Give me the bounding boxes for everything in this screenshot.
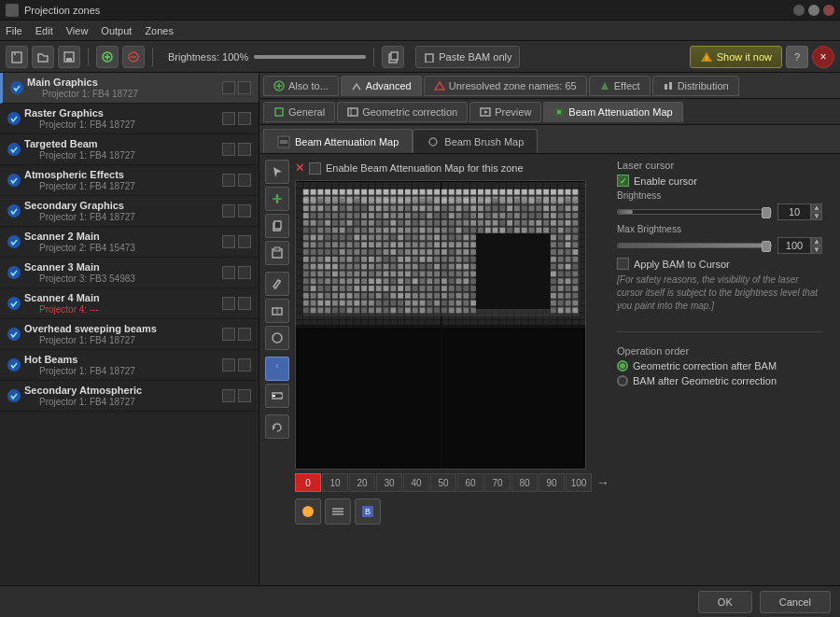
- maximize-btn[interactable]: [808, 5, 819, 16]
- bam-grid[interactable]: [295, 180, 586, 470]
- tab-preview[interactable]: Preview: [469, 102, 541, 122]
- fill-tool[interactable]: [265, 357, 289, 381]
- tab-effect[interactable]: Effect: [589, 76, 651, 96]
- zone-check-1[interactable]: [222, 266, 235, 279]
- sidebar-zone-item[interactable]: Scanner 3 Main Projector 3: FB3 54983: [0, 258, 259, 288]
- geo-after-bam-radio[interactable]: [617, 360, 628, 372]
- ruler-40[interactable]: 40: [403, 473, 429, 492]
- menu-output[interactable]: Output: [101, 25, 132, 36]
- ruler-70[interactable]: 70: [484, 473, 511, 492]
- zone-check-1[interactable]: [222, 143, 235, 156]
- cancel-button[interactable]: Cancel: [760, 591, 831, 613]
- zone-check-2[interactable]: [238, 389, 251, 402]
- tab-unresolved[interactable]: Unresolved zone names: 65: [424, 76, 587, 96]
- menu-zones[interactable]: Zones: [145, 25, 174, 36]
- zone-check-2[interactable]: [238, 358, 251, 372]
- exit-btn[interactable]: ×: [812, 46, 834, 68]
- bam-after-geo-radio[interactable]: [617, 375, 628, 386]
- zone-check-2[interactable]: [238, 235, 251, 248]
- bam-tab-brush[interactable]: Beam Brush Map: [413, 129, 538, 153]
- grid-settings-btn[interactable]: [325, 498, 351, 525]
- brightness-up[interactable]: ▲: [811, 203, 822, 212]
- tab-geometric[interactable]: Geometric correction: [337, 102, 468, 122]
- zone-check-2[interactable]: [238, 266, 251, 279]
- delete-zone-btn[interactable]: [122, 46, 145, 68]
- save-btn[interactable]: [58, 46, 80, 68]
- new-btn[interactable]: [6, 46, 28, 68]
- pointer-tool[interactable]: [265, 160, 289, 184]
- enable-bam-checkbox[interactable]: [309, 162, 321, 175]
- sidebar-zone-item[interactable]: Scanner 2 Main Projector 2: FB4 15473: [0, 227, 259, 258]
- paste2-tool[interactable]: [265, 241, 289, 265]
- max-brightness-track[interactable]: [617, 243, 772, 248]
- bam-tab-attenuation[interactable]: Beam Attenuation Map: [263, 129, 413, 153]
- sidebar-zone-item[interactable]: Secondary Graphics Projector 1: FB4 1872…: [0, 196, 259, 227]
- color-picker-btn[interactable]: [295, 498, 321, 525]
- zone-check-1[interactable]: [222, 358, 235, 372]
- paste-bam-btn[interactable]: Paste BAM only: [415, 46, 520, 68]
- brightness-track[interactable]: [617, 209, 772, 215]
- sidebar-zone-item[interactable]: Hot Beams Projector 1: FB4 18727: [0, 350, 259, 381]
- undo-tool[interactable]: [265, 414, 289, 439]
- ruler-30[interactable]: 30: [376, 473, 402, 492]
- brightness-slider[interactable]: [254, 55, 366, 59]
- zone-check-2[interactable]: [238, 174, 251, 187]
- copy-btn[interactable]: [382, 46, 404, 68]
- max-brightness-spinbox[interactable]: 100: [777, 237, 811, 254]
- ruler-60[interactable]: 60: [457, 473, 483, 492]
- tab-bam[interactable]: Beam Attenuation Map: [543, 102, 682, 122]
- zone-check-1[interactable]: [222, 389, 235, 402]
- ruler-90[interactable]: 90: [539, 473, 565, 492]
- max-brightness-up[interactable]: ▲: [811, 237, 822, 245]
- sidebar-zone-item[interactable]: Secondary Atmospheric Projector 1: FB4 1…: [0, 381, 259, 412]
- zone-check-2[interactable]: [238, 328, 251, 341]
- add-zone-btn[interactable]: [96, 46, 119, 68]
- zone-check-1[interactable]: [222, 174, 235, 187]
- tab-general[interactable]: General: [263, 102, 335, 122]
- sidebar-zone-item[interactable]: Targeted Beam Projector 1: FB4 18727: [0, 134, 259, 165]
- zone-check-1[interactable]: [222, 81, 235, 94]
- ruler-20[interactable]: 20: [349, 473, 375, 492]
- enable-cursor-checkbox[interactable]: [617, 175, 629, 187]
- close-btn[interactable]: [823, 5, 834, 16]
- open-btn[interactable]: [32, 46, 54, 68]
- zone-check-2[interactable]: [238, 143, 251, 156]
- move-tool[interactable]: [265, 187, 289, 211]
- zone-check-1[interactable]: [222, 112, 235, 125]
- zone-check-2[interactable]: [238, 112, 251, 125]
- copy2-tool[interactable]: [265, 214, 289, 238]
- sidebar-zone-item[interactable]: Raster Graphics Projector 1: FB4 18727: [0, 104, 259, 134]
- show-it-now-btn[interactable]: ! Show it now: [690, 46, 782, 68]
- ruler-100[interactable]: 100: [566, 473, 592, 492]
- zone-check-1[interactable]: [222, 297, 235, 310]
- apply-bam-checkbox[interactable]: [617, 258, 629, 270]
- brightness-spinbox[interactable]: 10: [777, 203, 811, 220]
- zone-check-2[interactable]: [238, 297, 251, 310]
- pen-tool[interactable]: [265, 272, 289, 296]
- menu-file[interactable]: File: [6, 25, 22, 36]
- brightness-down[interactable]: ▼: [811, 212, 822, 220]
- sidebar-zone-item[interactable]: Overhead sweeping beams Projector 1: FB4…: [0, 319, 259, 350]
- zone-check-1[interactable]: [222, 235, 235, 248]
- circle-tool[interactable]: [265, 326, 289, 350]
- export-btn[interactable]: B: [355, 498, 381, 525]
- erase-tool[interactable]: [265, 299, 289, 323]
- sidebar-zone-item[interactable]: Main Graphics Projector 1: FB4 18727: [0, 73, 259, 104]
- ruler-80[interactable]: 80: [511, 473, 538, 492]
- ok-button[interactable]: OK: [698, 591, 752, 613]
- menu-edit[interactable]: Edit: [35, 25, 53, 36]
- zone-check-2[interactable]: [238, 204, 251, 217]
- zone-check-1[interactable]: [222, 204, 235, 217]
- zone-check-1[interactable]: [222, 328, 235, 341]
- help-btn[interactable]: ?: [786, 46, 808, 68]
- menu-view[interactable]: View: [66, 25, 89, 36]
- tab-distribution[interactable]: Distribution: [652, 76, 739, 96]
- minimize-btn[interactable]: [793, 5, 805, 16]
- gradient-tool[interactable]: [265, 384, 289, 408]
- zone-check-2[interactable]: [238, 81, 251, 94]
- ruler-50[interactable]: 50: [430, 473, 456, 492]
- sidebar-zone-item[interactable]: Scanner 4 Main Projector 4: ---: [0, 288, 259, 319]
- sidebar-zone-item[interactable]: Atmospheric Effects Projector 1: FB4 187…: [0, 165, 259, 196]
- ruler-0[interactable]: 0: [295, 473, 321, 492]
- max-brightness-down[interactable]: ▼: [811, 245, 822, 254]
